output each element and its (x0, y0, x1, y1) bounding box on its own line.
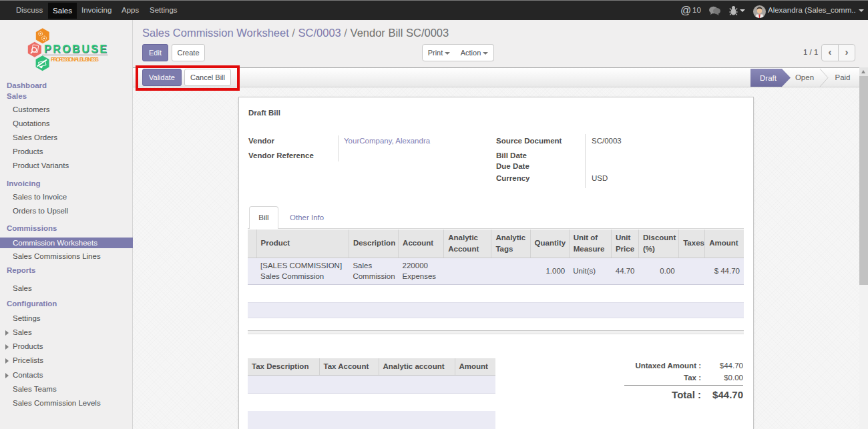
svg-text:PROFESSIONAL BUSINESS: PROFESSIONAL BUSINESS (51, 57, 99, 63)
svg-text:PROBUSE: PROBUSE (44, 43, 107, 55)
